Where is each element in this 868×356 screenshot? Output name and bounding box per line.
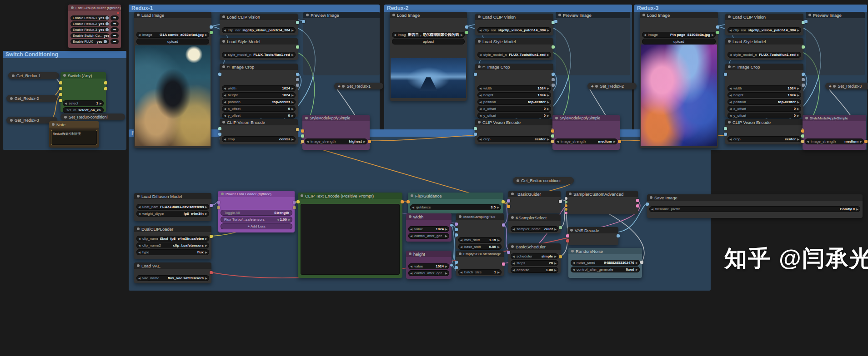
output-slot[interactable] <box>296 78 299 81</box>
toggle-dot[interactable] <box>105 16 109 20</box>
node-style-model-apply-1[interactable]: StyleModelApplySimple ◀image_strengthhig… <box>302 115 370 150</box>
increment-arrow[interactable]: ▶ <box>205 277 207 280</box>
decrement-arrow[interactable]: ◀ <box>572 261 575 265</box>
increment-arrow[interactable]: ▶ <box>497 238 500 242</box>
output-slot-conditioning[interactable] <box>502 200 505 203</box>
increment-arrow[interactable]: ▶ <box>291 94 294 97</box>
output-slot[interactable] <box>104 87 107 90</box>
output-slot-denoised[interactable] <box>636 204 639 208</box>
increment-arrow[interactable]: ▶ <box>797 94 799 97</box>
increment-arrow[interactable]: ▶ <box>797 100 799 104</box>
toggle-pill[interactable]: Enable FLUXyes <box>70 39 109 44</box>
node-load-image-3[interactable]: Load Image ◀imagePin page_81508b3a.jpg▶u… <box>640 12 718 148</box>
decrement-arrow[interactable]: ◀ <box>729 94 732 97</box>
decrement-arrow[interactable]: ◀ <box>138 212 140 216</box>
input-slot[interactable] <box>59 87 62 90</box>
decrement-arrow[interactable]: ◀ <box>512 227 515 231</box>
output-slot-int[interactable] <box>450 224 453 227</box>
output-slot-guider[interactable] <box>559 200 562 203</box>
group-title-redux-3[interactable]: Redux-3 <box>634 5 867 12</box>
decrement-arrow[interactable]: ◀ <box>729 138 732 141</box>
input-slot-clip-vision-output[interactable] <box>551 140 554 143</box>
increment-arrow[interactable]: ▶ <box>547 87 549 90</box>
output-slot-style-model[interactable] <box>552 45 555 49</box>
decrement-arrow[interactable]: ◀ <box>138 33 140 37</box>
type-widget[interactable]: ◀typeflux▶ <box>136 249 209 255</box>
node-dual-clip-loader[interactable]: DualCLIPLoader ◀clip_name1t5xxl_fp8_e4m3… <box>134 226 211 259</box>
increment-arrow[interactable]: ▶ <box>554 268 557 272</box>
decrement-arrow[interactable]: ◀ <box>224 53 226 57</box>
output-slot-noise[interactable] <box>640 261 643 264</box>
decrement-arrow[interactable]: ◀ <box>412 206 414 209</box>
lora-name[interactable]: Flux-Turbo/...safetensors <box>224 218 265 222</box>
decrement-arrow[interactable]: ◀ <box>729 100 732 104</box>
toggle-enable-redux-1[interactable]: Enable Redux-1yes➡ <box>70 15 119 20</box>
decrement-arrow[interactable]: ◀ <box>224 87 226 90</box>
node-preview-image-3[interactable]: Preview Image <box>806 12 865 75</box>
output-slot[interactable] <box>552 84 555 87</box>
input-slot-image[interactable] <box>724 133 727 136</box>
increment-arrow[interactable]: ▶ <box>291 53 294 57</box>
image-widget[interactable]: ◀image新西兰，尼尔森湖国家公园的码头 - ...▶ <box>392 32 465 38</box>
node-height-primitive[interactable]: height ◀value1024▶◀control_after_generat… <box>406 251 452 279</box>
node-load-diffusion-model[interactable]: Load Diffusion Model ◀unet_nameFLUX1\flu… <box>134 193 211 221</box>
image-strength-widget[interactable]: ◀image_strengthmedium▶ <box>805 138 864 144</box>
increment-arrow[interactable]: ▶ <box>100 102 102 105</box>
base-shift-widget[interactable]: ◀base_shift0.50▶ <box>458 244 502 250</box>
increment-arrow[interactable]: ▶ <box>856 208 858 211</box>
decrement-arrow[interactable]: ◀ <box>224 100 226 104</box>
node-vae-decode[interactable]: VAE Decode <box>567 227 618 245</box>
input-slot-latent[interactable] <box>565 212 567 214</box>
collapse-arrow-icon[interactable]: ◆ <box>829 84 831 88</box>
input-slot-conditioning[interactable] <box>507 205 510 208</box>
input-slot-style-model[interactable] <box>551 134 554 138</box>
collapse-arrow-icon[interactable]: ◆ <box>338 84 340 88</box>
decrement-arrow[interactable]: ◀ <box>410 265 412 268</box>
toggle-dot[interactable] <box>104 40 107 43</box>
input-slot[interactable] <box>59 81 62 84</box>
lora-row[interactable]: Flux-Turbo/...safetensors ◀ 1.00 ▶ <box>221 217 292 222</box>
node-basic-scheduler[interactable]: BasicScheduler ◀schedulersimple▶◀steps20… <box>508 243 561 273</box>
decrement-arrow[interactable]: ◀ <box>572 268 575 272</box>
input-slot-model[interactable] <box>217 201 220 204</box>
input-slot-clip-vision-output[interactable] <box>801 140 804 143</box>
input-slot-conditioning[interactable] <box>406 200 410 203</box>
input-slot-model[interactable] <box>507 199 510 203</box>
node-clip-vision-encode-2[interactable]: CLIP Vision Encode ◀cropcenter▶ <box>475 119 553 144</box>
node-load-clip-vision-1[interactable]: Load CLIP Vision ◀clip_namesigclip_visio… <box>220 14 298 35</box>
resize-handle[interactable] <box>117 12 119 14</box>
toggle-pill[interactable]: Enable Redux-1yes <box>70 15 109 20</box>
output-slot-int[interactable] <box>450 264 453 267</box>
increment-arrow[interactable]: ▶ <box>291 87 294 90</box>
input-slot-images[interactable] <box>646 203 649 206</box>
image-widget[interactable]: ◀imageG1A comic_a052o4od.jpg▶ <box>136 32 209 38</box>
input-slot-image[interactable] <box>474 73 477 76</box>
increment-arrow[interactable]: ▶ <box>547 94 549 97</box>
input-slot-sampler[interactable] <box>565 204 567 207</box>
increment-arrow[interactable]: ▶ <box>497 271 500 274</box>
unet-name-widget[interactable]: ◀unet_nameFLUX1\flux1-dev.safetensors▶ <box>136 204 209 210</box>
input-slot-style-model[interactable] <box>801 134 804 138</box>
input-slot-image[interactable] <box>554 20 557 23</box>
output-slot-conditioning[interactable] <box>401 200 404 203</box>
output-slot-image[interactable] <box>210 25 213 29</box>
increment-arrow[interactable]: ▶ <box>205 237 207 241</box>
denoise-widget[interactable]: ◀denoise1.00▶ <box>511 267 558 273</box>
output-slot[interactable] <box>802 78 805 81</box>
output-slot-model[interactable] <box>502 223 505 227</box>
decrement-arrow[interactable]: ◀ <box>410 234 412 238</box>
toggle-pill[interactable]: Enable Redux-3yes <box>70 27 109 32</box>
increment-arrow[interactable]: ▶ <box>636 268 638 272</box>
node-load-style-model-3[interactable]: Load Style Model ◀style_model_nameFLUX-T… <box>725 38 803 60</box>
node-load-clip-vision-3[interactable]: Load CLIP Vision ◀clip_namesigclip_visio… <box>725 14 803 35</box>
increment-arrow[interactable]: ▶ <box>288 218 291 222</box>
output-slot-mask[interactable] <box>465 31 468 34</box>
noise-seed-widget[interactable]: ◀noise_seed948882853302476▶ <box>571 260 640 266</box>
output-slot-latent[interactable] <box>502 262 505 266</box>
decrement-arrow[interactable]: ◀ <box>651 208 653 211</box>
upload-button[interactable]: upload <box>392 39 465 44</box>
node-switch-any[interactable]: Switch (Any) ◀select1▶set_modeselect_on_… <box>60 72 106 112</box>
set-mode-widget[interactable]: set_modeselect_on_execution <box>63 107 104 113</box>
node-load-image-1[interactable]: Load Image ◀imageG1A comic_a052o4od.jpg▶… <box>134 12 211 148</box>
node-save-image[interactable]: Save Image ◀filename_prefixComfyUI▶ <box>647 194 863 218</box>
